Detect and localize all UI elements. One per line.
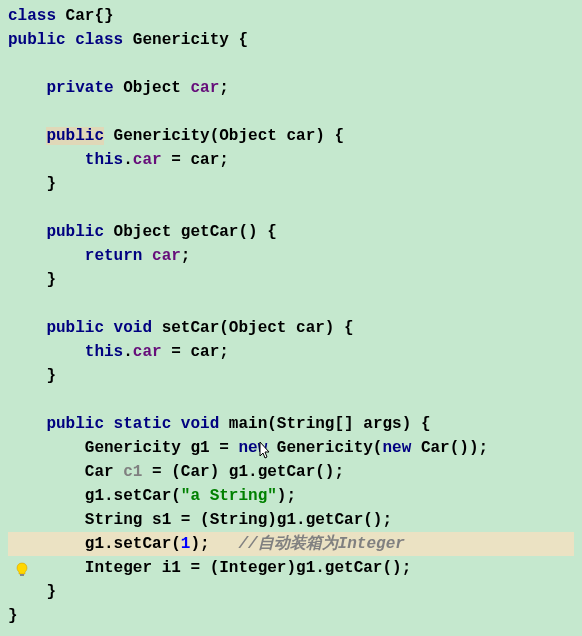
code-line: public Object getCar() {: [8, 220, 574, 244]
code-line: public Genericity(Object car) {: [8, 124, 574, 148]
svg-rect-0: [20, 574, 24, 576]
code-line: Integer i1 = (Integer)g1.getCar();: [8, 556, 574, 580]
code-line-highlighted: g1.setCar(1); //自动装箱为Integer: [8, 532, 574, 556]
code-line: [8, 388, 574, 412]
code-line: }: [8, 604, 574, 628]
field-car: car: [190, 79, 219, 97]
field-car: car: [133, 343, 162, 361]
code-line: Genericity g1 = new Genericity(new Car()…: [8, 436, 574, 460]
code-line: g1.setCar("a String");: [8, 484, 574, 508]
code-line: return car;: [8, 244, 574, 268]
code-line: public class Genericity {: [8, 28, 574, 52]
code-line: this.car = car;: [8, 148, 574, 172]
keyword-return: return: [85, 247, 143, 265]
keyword-class: class: [8, 7, 56, 25]
code-line: [8, 100, 574, 124]
code-line: }: [8, 268, 574, 292]
string-literal: "a String": [181, 487, 277, 505]
keyword-class: class: [66, 31, 124, 49]
keyword-void: void: [104, 319, 152, 337]
keyword-private: private: [46, 79, 113, 97]
code-line: }: [8, 172, 574, 196]
keyword-public: public: [46, 127, 104, 145]
code-line: [8, 292, 574, 316]
variable: c1: [123, 463, 142, 481]
code-line: class Car{}: [8, 4, 574, 28]
keyword-public: public: [46, 319, 104, 337]
keyword-public: public: [46, 223, 104, 241]
comment: //自动装箱为Integer: [238, 535, 404, 553]
code-line: public void setCar(Object car) {: [8, 316, 574, 340]
code-line: }: [8, 580, 574, 604]
code-line: public static void main(String[] args) {: [8, 412, 574, 436]
code-line: [8, 52, 574, 76]
lightbulb-icon[interactable]: [14, 562, 30, 578]
keyword-this: this: [85, 151, 123, 169]
keyword-new: new: [238, 439, 267, 457]
field-car: car: [152, 247, 181, 265]
code-line: String s1 = (String)g1.getCar();: [8, 508, 574, 532]
keyword-public: public: [8, 31, 66, 49]
field-car: car: [133, 151, 162, 169]
code-line: }: [8, 364, 574, 388]
code-line: Car c1 = (Car) g1.getCar();: [8, 460, 574, 484]
keyword-static: static: [104, 415, 171, 433]
code-line: this.car = car;: [8, 340, 574, 364]
keyword-new: new: [382, 439, 411, 457]
keyword-this: this: [85, 343, 123, 361]
keyword-public: public: [46, 415, 104, 433]
code-line: [8, 196, 574, 220]
keyword-void: void: [171, 415, 219, 433]
number-literal: 1: [181, 535, 191, 553]
code-line: private Object car;: [8, 76, 574, 100]
code-editor[interactable]: class Car{} public class Genericity { pr…: [0, 0, 582, 632]
